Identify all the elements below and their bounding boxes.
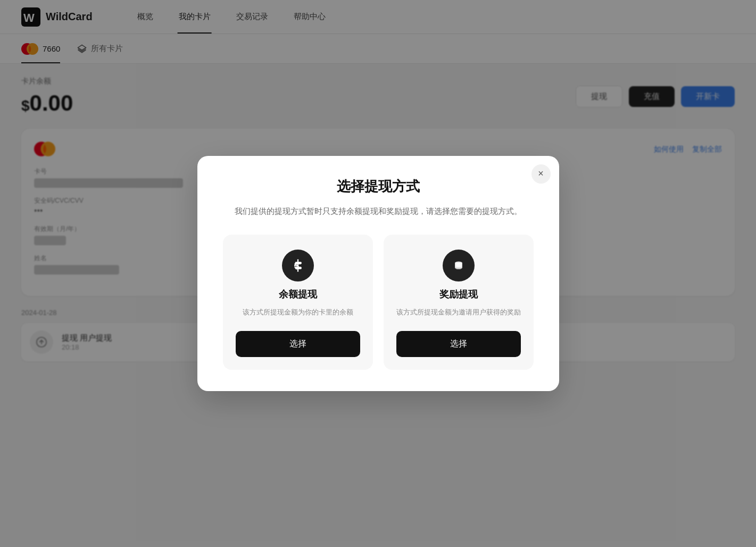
modal-title: 选择提现方式	[223, 177, 534, 196]
balance-withdraw-desc: 该方式所提现金额为你的卡里的余额	[243, 307, 353, 318]
balance-withdraw-icon: $	[282, 250, 314, 281]
modal-options: $ 余额提现 该方式所提现金额为你的卡里的余额 选择	[223, 235, 534, 370]
balance-withdraw-option: $ 余额提现 该方式所提现金额为你的卡里的余额 选择	[223, 235, 373, 370]
reward-withdraw-title: 奖励提现	[439, 288, 478, 301]
reward-withdraw-icon	[443, 250, 475, 281]
reward-withdraw-desc: 该方式所提现金额为邀请用户获得的奖励	[396, 307, 521, 318]
modal-overlay: × 选择提现方式 我们提供的提现方式暂时只支持余额提现和奖励提现，请选择您需要的…	[0, 0, 756, 547]
balance-withdraw-select-button[interactable]: 选择	[236, 331, 360, 357]
reward-withdraw-select-button[interactable]: 选择	[396, 331, 521, 357]
balance-withdraw-title: 余额提现	[279, 288, 317, 301]
modal-description: 我们提供的提现方式暂时只支持余额提现和奖励提现，请选择您需要的提现方式。	[223, 204, 534, 218]
dollar-icon: $	[290, 258, 305, 273]
coins-icon	[451, 258, 466, 273]
svg-point-17	[455, 267, 462, 270]
withdraw-method-modal: × 选择提现方式 我们提供的提现方式暂时只支持余额提现和奖励提现，请选择您需要的…	[197, 156, 559, 391]
reward-withdraw-option: 奖励提现 该方式所提现金额为邀请用户获得的奖励 选择	[384, 235, 534, 370]
svg-text:$: $	[294, 261, 299, 270]
modal-close-button[interactable]: ×	[531, 164, 551, 184]
